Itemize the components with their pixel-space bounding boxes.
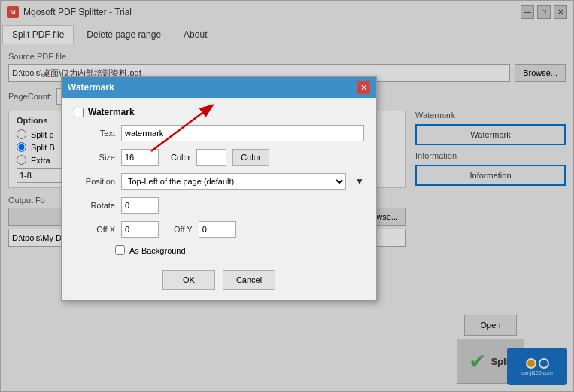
offy-label: Off Y	[174, 225, 193, 234]
as-background-checkbox[interactable]	[115, 245, 125, 255]
dialog-close-button[interactable]: ✕	[357, 81, 370, 94]
dialog-title-bar: Watermark ✕	[62, 77, 376, 98]
position-select[interactable]: Top-Left of the page (default)	[121, 173, 346, 190]
dialog-body: Watermark Text Size Color Color P	[62, 98, 376, 264]
ok-button[interactable]: OK	[162, 270, 215, 290]
rotate-input[interactable]	[121, 197, 159, 214]
position-label: Position	[74, 177, 115, 186]
offy-input[interactable]	[199, 221, 236, 238]
size-input[interactable]	[121, 149, 159, 166]
dialog-title: Watermark	[68, 82, 114, 93]
text-field-label: Text	[74, 129, 115, 138]
dialog-overlay: Watermark ✕ Watermark Text Size	[1, 1, 573, 391]
offx-label: Off X	[74, 225, 115, 234]
watermark-checkbox-label: Watermark	[88, 107, 135, 117]
text-field-row: Text	[74, 125, 364, 141]
as-background-label: As Background	[129, 246, 186, 255]
dialog-footer: OK Cancel	[62, 264, 376, 300]
color-button[interactable]: Color	[232, 149, 269, 166]
watermark-dialog: Watermark ✕ Watermark Text Size	[61, 76, 377, 301]
color-preview	[196, 149, 226, 166]
watermark-checkbox[interactable]	[74, 108, 84, 117]
watermark-text-input[interactable]	[121, 125, 364, 141]
rotate-label: Rotate	[74, 201, 115, 210]
dropdown-arrow-icon: ▼	[355, 176, 364, 187]
offset-row: Off X Off Y	[74, 221, 364, 238]
position-row: Position Top-Left of the page (default) …	[74, 173, 364, 190]
rotate-row: Rotate	[74, 197, 364, 214]
as-background-row: As Background	[74, 245, 364, 255]
size-label: Size	[74, 153, 115, 162]
color-label: Color	[171, 153, 190, 162]
watermark-checkbox-row: Watermark	[74, 107, 364, 117]
cancel-button[interactable]: Cancel	[223, 270, 275, 290]
size-color-row: Size Color Color	[74, 149, 364, 166]
main-window: M Mgosoft PDF Splitter - Trial — □ ✕ Spl…	[0, 0, 574, 392]
offx-input[interactable]	[121, 221, 159, 238]
